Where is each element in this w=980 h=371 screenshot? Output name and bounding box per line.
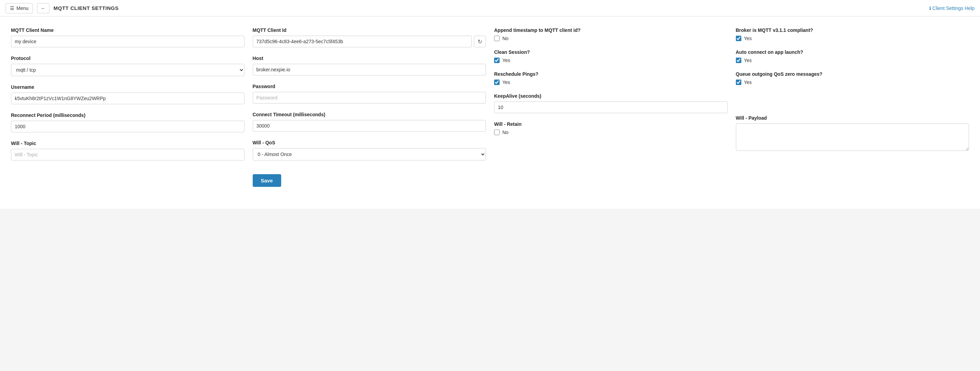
- will-payload-label: Will - Payload: [736, 115, 969, 121]
- will-qos-select[interactable]: 0 - Almost Once 1 - At Least Once 2 - Ex…: [253, 148, 486, 161]
- reconnect-period-label: Reconnect Period (milliseconds): [11, 113, 245, 118]
- keepalive-group: KeepAlive (seconds): [494, 93, 728, 113]
- will-qos-label: Will - QoS: [253, 140, 486, 145]
- header-left: ☰ Menu ← MQTT CLIENT SETTINGS: [5, 3, 119, 13]
- auto-connect-option-label: Yes: [744, 57, 752, 63]
- append-timestamp-checkbox-group: No: [494, 36, 728, 41]
- clean-session-checkbox[interactable]: [494, 57, 500, 63]
- reschedule-pings-checkbox-group: Yes: [494, 80, 728, 85]
- help-label: Client Settings Help: [932, 5, 975, 11]
- auto-connect-checkbox[interactable]: [736, 57, 741, 63]
- will-retain-label: Will - Retain: [494, 121, 728, 127]
- queue-outgoing-checkbox[interactable]: [736, 80, 741, 85]
- column-3: Append timestamp to MQTT client id? No C…: [494, 27, 728, 195]
- help-link[interactable]: ℹ Client Settings Help: [929, 5, 975, 11]
- client-id-wrapper: ↻: [253, 36, 486, 47]
- protocol-select[interactable]: mqtt / tcp mqtts / tcp ws wss: [11, 64, 245, 76]
- column-4: Broker is MQTT v3.1.1 compliant? Yes Aut…: [736, 27, 969, 195]
- mqtt-client-id-input[interactable]: [253, 36, 472, 47]
- clean-session-label: Clean Session?: [494, 49, 728, 55]
- form-grid: MQTT Client Name Protocol mqtt / tcp mqt…: [11, 27, 969, 195]
- reconnect-period-input[interactable]: [11, 121, 245, 132]
- host-label: Host: [253, 56, 486, 61]
- queue-outgoing-group: Queue outgoing QoS zero messages? Yes: [736, 71, 969, 85]
- queue-outgoing-label: Queue outgoing QoS zero messages?: [736, 71, 969, 77]
- auto-connect-checkbox-group: Yes: [736, 57, 969, 63]
- broker-compliant-checkbox[interactable]: [736, 36, 741, 41]
- info-icon: ℹ: [929, 5, 931, 11]
- broker-compliant-checkbox-group: Yes: [736, 36, 969, 41]
- mqtt-client-id-label: MQTT Client Id: [253, 27, 486, 33]
- password-group: Password: [253, 84, 486, 103]
- username-label: Username: [11, 84, 245, 90]
- will-topic-group: Will - Topic: [11, 140, 245, 161]
- header: ☰ Menu ← MQTT CLIENT SETTINGS ℹ Client S…: [0, 0, 980, 16]
- queue-outgoing-checkbox-group: Yes: [736, 80, 969, 85]
- column-2: MQTT Client Id ↻ Host Password Connect T…: [253, 27, 486, 195]
- connect-timeout-label: Connect Timeout (milliseconds): [253, 112, 486, 117]
- protocol-label: Protocol: [11, 56, 245, 61]
- mqtt-client-name-input[interactable]: [11, 36, 245, 47]
- will-qos-group: Will - QoS 0 - Almost Once 1 - At Least …: [253, 140, 486, 161]
- save-group: Save: [253, 172, 486, 187]
- protocol-group: Protocol mqtt / tcp mqtts / tcp ws wss: [11, 56, 245, 76]
- clean-session-option-label: Yes: [502, 57, 510, 63]
- append-timestamp-label: Append timestamp to MQTT client id?: [494, 27, 728, 33]
- will-retain-checkbox-group: No: [494, 130, 728, 135]
- menu-button[interactable]: ☰ Menu: [5, 3, 33, 13]
- page-title: MQTT CLIENT SETTINGS: [54, 5, 119, 11]
- will-retain-group: Will - Retain No: [494, 121, 728, 135]
- queue-outgoing-option-label: Yes: [744, 80, 752, 85]
- append-timestamp-checkbox[interactable]: [494, 36, 500, 41]
- mqtt-client-name-label: MQTT Client Name: [11, 27, 245, 33]
- save-button[interactable]: Save: [253, 174, 281, 187]
- hamburger-icon: ☰: [10, 5, 14, 11]
- username-group: Username: [11, 84, 245, 104]
- reconnect-period-group: Reconnect Period (milliseconds): [11, 113, 245, 132]
- reschedule-pings-checkbox[interactable]: [494, 80, 500, 85]
- refresh-button[interactable]: ↻: [474, 36, 486, 47]
- back-icon: ←: [41, 5, 46, 11]
- column-1: MQTT Client Name Protocol mqtt / tcp mqt…: [11, 27, 245, 195]
- mqtt-client-name-group: MQTT Client Name: [11, 27, 245, 47]
- will-topic-input[interactable]: [11, 149, 245, 161]
- password-input[interactable]: [253, 92, 486, 103]
- username-input[interactable]: [11, 92, 245, 104]
- back-button[interactable]: ←: [37, 3, 49, 13]
- keepalive-label: KeepAlive (seconds): [494, 93, 728, 99]
- will-topic-label: Will - Topic: [11, 140, 245, 146]
- will-payload-textarea[interactable]: [736, 123, 969, 151]
- host-group: Host: [253, 56, 486, 75]
- mqtt-client-id-group: MQTT Client Id ↻: [253, 27, 486, 47]
- clean-session-checkbox-group: Yes: [494, 57, 728, 63]
- will-payload-group: Will - Payload: [736, 115, 969, 152]
- reschedule-pings-label: Reschedule Pings?: [494, 71, 728, 77]
- will-retain-checkbox[interactable]: [494, 130, 500, 135]
- clean-session-group: Clean Session? Yes: [494, 49, 728, 63]
- broker-compliant-group: Broker is MQTT v3.1.1 compliant? Yes: [736, 27, 969, 41]
- menu-label: Menu: [16, 5, 29, 11]
- auto-connect-group: Auto connect on app launch? Yes: [736, 49, 969, 63]
- password-label: Password: [253, 84, 486, 89]
- connect-timeout-group: Connect Timeout (milliseconds): [253, 112, 486, 132]
- broker-compliant-option-label: Yes: [744, 36, 752, 41]
- broker-compliant-label: Broker is MQTT v3.1.1 compliant?: [736, 27, 969, 33]
- reschedule-pings-option-label: Yes: [502, 80, 510, 85]
- connect-timeout-input[interactable]: [253, 120, 486, 132]
- main-content: MQTT Client Name Protocol mqtt / tcp mqt…: [0, 16, 980, 209]
- append-timestamp-group: Append timestamp to MQTT client id? No: [494, 27, 728, 41]
- will-retain-option-label: No: [502, 130, 509, 135]
- refresh-icon: ↻: [478, 38, 482, 45]
- reschedule-pings-group: Reschedule Pings? Yes: [494, 71, 728, 85]
- append-timestamp-option-label: No: [502, 36, 509, 41]
- auto-connect-label: Auto connect on app launch?: [736, 49, 969, 55]
- host-input[interactable]: [253, 64, 486, 75]
- keepalive-input[interactable]: [494, 102, 728, 113]
